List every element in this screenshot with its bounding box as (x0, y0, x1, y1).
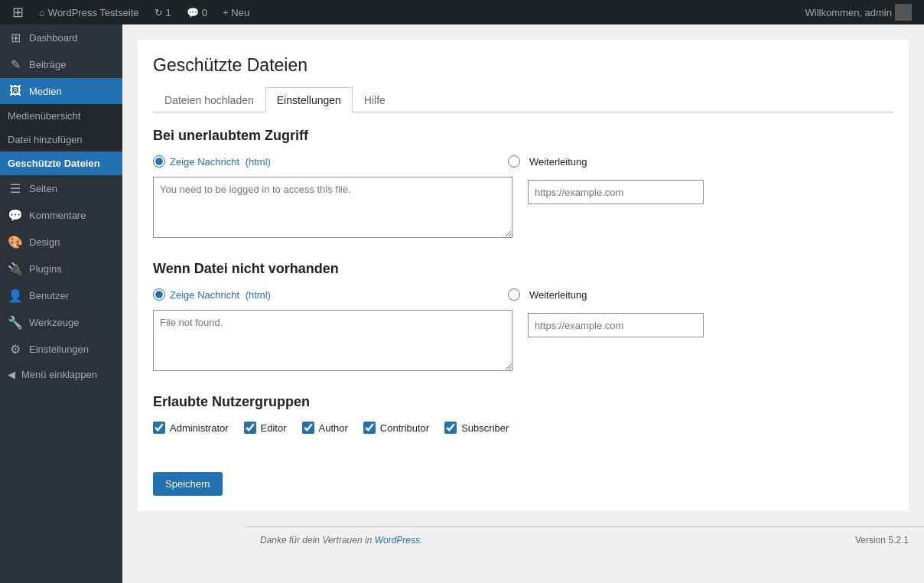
sidebar-item-label: Design (29, 236, 60, 248)
user-groups-checkboxes: Administrator Editor Author Contributor (153, 422, 893, 434)
file-not-found-redirect-radio-label[interactable]: Weiterleitung (508, 288, 587, 301)
file-not-found-show-radio-label[interactable]: Zeige Nachricht (html) (153, 288, 271, 301)
page-wrap: Geschützte Dateien Dateien hochladen Ein… (138, 40, 909, 511)
sidebar-item-dashboard[interactable]: ⊞ Dashboard (0, 24, 122, 51)
checkbox-author-input[interactable] (302, 422, 314, 434)
welcome-text: Willkommen, admin (805, 7, 892, 18)
einstellungen-icon: ⚙ (8, 342, 23, 357)
wp-logo-button[interactable]: ⊞ (6, 0, 30, 24)
sidebar-item-design[interactable]: 🎨 Design (0, 229, 122, 256)
file-not-found-redirect-input[interactable] (528, 313, 704, 337)
checkbox-subscriber-label: Subscriber (461, 422, 509, 434)
sidebar-item-einstellungen[interactable]: ⚙ Einstellungen (0, 336, 122, 363)
checkbox-contributor-input[interactable] (363, 422, 376, 434)
submenu-label: Geschützte Dateien (8, 158, 100, 169)
site-name-button[interactable]: ⌂ WordPress Testseite (33, 0, 145, 24)
main-content: Geschützte Dateien Dateien hochladen Ein… (122, 24, 924, 583)
unauthorized-redirect-input[interactable] (528, 180, 704, 204)
sidebar-item-label: Werkzeuge (29, 317, 80, 328)
unauthorized-redirect-label: Weiterleitung (529, 156, 587, 168)
updates-button[interactable]: ↻ 1 (148, 0, 177, 24)
unauthorized-show-radio[interactable] (153, 155, 165, 168)
sidebar-item-plugins[interactable]: 🔌 Plugins (0, 256, 122, 282)
save-button[interactable]: Speichern (153, 472, 223, 496)
file-not-found-redirect-label: Weiterleitung (529, 289, 587, 301)
sidebar-item-werkzeuge[interactable]: 🔧 Werkzeuge (0, 309, 122, 336)
kommentare-icon: 💬 (8, 208, 23, 223)
unauthorized-access-section: Bei unerlaubtem Zugriff Zeige Nachricht … (153, 128, 893, 238)
unauthorized-show-label: Zeige Nachricht (html) (170, 156, 271, 168)
sidebar-item-benutzer[interactable]: 👤 Benutzer (0, 282, 122, 309)
file-not-found-radio-row: Zeige Nachricht (html) Weiterleitung (153, 288, 893, 301)
sidebar-item-beitraege[interactable]: ✎ Beiträge (0, 51, 122, 78)
updates-icon: ↻ (155, 7, 163, 18)
sidebar-item-label: Benutzer (29, 290, 69, 301)
beitraege-icon: ✎ (8, 57, 23, 72)
checkbox-author-label: Author (319, 422, 348, 434)
werkzeuge-icon: 🔧 (8, 315, 23, 330)
unauthorized-section-title: Bei unerlaubtem Zugriff (153, 128, 893, 144)
sidebar-item-label: Dashboard (29, 32, 78, 44)
footer-version: Version 5.2.1 (855, 535, 909, 546)
collapse-icon: ◀ (8, 369, 15, 380)
unauthorized-radio-row: Zeige Nachricht (html) Weiterleitung (153, 155, 893, 168)
checkbox-contributor-label: Contributor (380, 422, 429, 434)
sidebar-item-label: Medien (29, 86, 62, 97)
tab-hilfe[interactable]: Hilfe (353, 87, 397, 112)
sidebar-item-label: Plugins (29, 263, 62, 275)
checkbox-administrator[interactable]: Administrator (153, 422, 229, 434)
submenu-medienuebersicht[interactable]: Medienübersicht (0, 104, 122, 128)
home-icon: ⌂ (39, 7, 45, 18)
checkbox-editor-label: Editor (261, 422, 287, 434)
avatar (895, 4, 912, 21)
file-not-found-inputs-row (153, 310, 893, 371)
footer-wp-link[interactable]: WordPress (375, 535, 420, 546)
site-name: WordPress Testseite (48, 7, 139, 18)
checkbox-contributor[interactable]: Contributor (363, 422, 429, 434)
footer: Danke für dein Vertrauen in WordPress. V… (245, 526, 924, 553)
checkbox-subscriber-input[interactable] (444, 422, 457, 434)
comments-count: 0 (202, 7, 207, 18)
submenu-datei-hinzufuegen[interactable]: Datei hinzufügen (0, 128, 122, 151)
file-not-found-show-radio[interactable] (153, 288, 165, 301)
sidebar-item-kommentare[interactable]: 💬 Kommentare (0, 202, 122, 229)
collapse-menu-button[interactable]: ◀ Menü einklappen (0, 363, 122, 386)
sidebar-item-seiten[interactable]: ☰ Seiten (0, 175, 122, 202)
submenu-geschuetzte-dateien[interactable]: Geschützte Dateien (0, 151, 122, 175)
unauthorized-redirect-radio-label[interactable]: Weiterleitung (508, 155, 587, 168)
dashboard-icon: ⊞ (8, 31, 23, 45)
seiten-icon: ☰ (8, 181, 23, 196)
tab-einstellungen[interactable]: Einstellungen (265, 87, 353, 112)
wp-logo-icon: ⊞ (12, 4, 24, 21)
checkbox-author[interactable]: Author (302, 422, 348, 434)
unauthorized-show-radio-label[interactable]: Zeige Nachricht (html) (153, 155, 271, 168)
welcome-user[interactable]: Willkommen, admin (799, 0, 918, 24)
design-icon: 🎨 (8, 235, 23, 249)
admin-bar: ⊞ ⌂ WordPress Testseite ↻ 1 💬 0 + Neu Wi… (0, 0, 924, 24)
checkbox-administrator-label: Administrator (170, 422, 229, 434)
file-not-found-show-label: Zeige Nachricht (html) (170, 289, 271, 301)
submenu-label: Medienübersicht (8, 110, 80, 122)
sidebar-item-medien[interactable]: 🖼 Medien Medienübersicht Datei hinzufüge… (0, 78, 122, 175)
checkbox-subscriber[interactable]: Subscriber (444, 422, 509, 434)
tab-bar: Dateien hochladen Einstellungen Hilfe (153, 87, 893, 112)
checkbox-administrator-input[interactable] (153, 422, 165, 434)
unauthorized-redirect-radio[interactable] (508, 155, 520, 168)
checkbox-editor-input[interactable] (244, 422, 256, 434)
comments-button[interactable]: 💬 0 (181, 0, 213, 24)
checkbox-editor[interactable]: Editor (244, 422, 287, 434)
plugins-icon: 🔌 (8, 262, 23, 276)
user-groups-section: Erlaubte Nutzergruppen Administrator Edi… (153, 394, 893, 434)
file-not-found-section: Wenn Datei nicht vorhanden Zeige Nachric… (153, 261, 893, 371)
unauthorized-inputs-row (153, 177, 893, 238)
sidebar: ⊞ Dashboard ✎ Beiträge 🖼 Medien Medienüb… (0, 24, 122, 583)
sidebar-item-label: Beiträge (29, 59, 66, 70)
submenu-label: Datei hinzufügen (8, 134, 83, 145)
new-content-button[interactable]: + Neu (216, 0, 255, 24)
new-label: + Neu (223, 7, 249, 18)
file-not-found-redirect-radio[interactable] (508, 288, 520, 301)
tab-dateien-hochladen[interactable]: Dateien hochladen (153, 87, 265, 112)
file-not-found-message-textarea[interactable] (153, 310, 512, 371)
user-groups-title: Erlaubte Nutzergruppen (153, 394, 893, 410)
unauthorized-message-textarea[interactable] (153, 177, 512, 238)
